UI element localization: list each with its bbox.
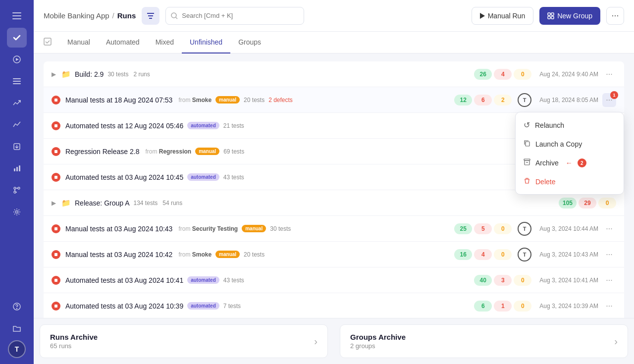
sidebar-play-icon[interactable]	[7, 50, 27, 69]
stop-icon	[52, 96, 60, 104]
expand-icon[interactable]: ▶	[52, 200, 61, 207]
tag-automated: automated	[187, 302, 219, 310]
stat-passed: 16	[454, 249, 472, 260]
folder-icon: 📁	[61, 199, 71, 208]
context-menu: ↺ Relaunch Launch a Copy	[515, 112, 624, 195]
t-icon: T	[518, 93, 531, 107]
stats-group: 6 1 0	[474, 301, 531, 312]
sidebar-avatar[interactable]: T	[8, 340, 26, 358]
context-menu-delete[interactable]: Delete	[516, 172, 624, 191]
tab-automated[interactable]: Automated	[98, 32, 148, 53]
row-more-button[interactable]: ···	[602, 248, 616, 261]
stat-failed: 29	[579, 198, 596, 208]
stat-skipped: 0	[514, 69, 531, 80]
notification-badge: 1	[610, 91, 618, 99]
context-menu-relaunch[interactable]: ↺ Relaunch	[516, 115, 624, 135]
row-more-button[interactable]: ···	[602, 222, 616, 236]
stat-failed: 4	[474, 249, 492, 260]
sidebar-export-icon[interactable]	[7, 137, 27, 156]
archive-arrow-icon: ←	[566, 159, 573, 167]
row-more-button[interactable]: ···	[602, 299, 616, 313]
tag-automated: automated	[187, 276, 219, 284]
stat-skipped: 0	[514, 301, 531, 312]
tabs-checklist-icon	[44, 38, 52, 48]
sidebar-chart-icon[interactable]	[7, 115, 27, 135]
tab-mixed[interactable]: Mixed	[148, 32, 182, 53]
stop-icon	[52, 302, 60, 311]
breadcrumb-separator: /	[112, 11, 114, 20]
sidebar-help-icon[interactable]	[7, 297, 27, 316]
row-more-button[interactable]: ··· 1	[602, 93, 616, 107]
context-menu-archive[interactable]: Archive ← 2	[516, 154, 624, 172]
tag-automated: automated	[187, 122, 219, 129]
runs-list: ▶ 📁 Build: 2.9 30 tests 2 runs 26 4 0 Au…	[44, 61, 624, 318]
play-icon	[480, 13, 485, 19]
stats-group: 26 4 0	[474, 69, 531, 80]
sidebar-folder-icon[interactable]	[7, 318, 27, 338]
context-menu-launch-copy[interactable]: Launch a Copy	[516, 135, 624, 154]
sidebar-trending-icon[interactable]	[7, 93, 27, 113]
footer: Runs Archive 65 runs › Groups Archive 2 …	[34, 318, 634, 364]
stat-passed: 26	[474, 69, 492, 80]
filter-button[interactable]	[142, 7, 159, 25]
row-more-button[interactable]: ···	[602, 67, 616, 81]
groups-archive-card[interactable]: Groups Archive 2 groups ›	[340, 324, 628, 358]
stop-icon	[52, 121, 60, 130]
run-date: Aug 3, 2024 10:41 AM	[539, 277, 598, 284]
table-row: Manual tests at 03 Aug 2024 10:43 from S…	[44, 216, 624, 242]
svg-point-15	[16, 211, 18, 213]
stat-skipped: 0	[598, 198, 616, 208]
svg-rect-5	[13, 78, 21, 79]
run-name: Release: Group A 134 tests 54 runs	[75, 199, 551, 207]
tag-automated: automated	[187, 173, 219, 181]
stat-failed: 3	[494, 275, 512, 286]
svg-point-13	[18, 187, 20, 189]
table-row: ▶ 📁 Build: 2.9 30 tests 2 runs 26 4 0 Au…	[44, 61, 624, 87]
manual-run-button[interactable]: Manual Run	[472, 7, 534, 25]
stop-icon	[52, 276, 60, 285]
stat-skipped: 0	[514, 275, 531, 286]
defects-link[interactable]: 2 defects	[268, 97, 293, 104]
run-name: Manual tests at 03 Aug 2024 10:42 from S…	[65, 251, 446, 259]
svg-point-17	[17, 309, 17, 309]
svg-rect-9	[14, 168, 15, 171]
stat-passed: 40	[474, 275, 492, 286]
sidebar-settings-icon[interactable]	[7, 202, 27, 222]
runs-archive-card[interactable]: Runs Archive 65 runs ›	[40, 324, 328, 358]
grid-icon	[547, 12, 554, 19]
stat-skipped: 0	[494, 223, 512, 234]
tabs-bar: Manual Automated Mixed Unfinished Groups	[34, 32, 634, 53]
svg-point-18	[171, 13, 176, 18]
expand-icon[interactable]: ▶	[52, 71, 61, 78]
stat-failed: 4	[494, 69, 512, 80]
row-more-button[interactable]: ···	[602, 273, 616, 287]
tab-unfinished[interactable]: Unfinished	[182, 32, 230, 53]
table-row: Manual tests at 03 Aug 2024 10:42 from S…	[44, 242, 624, 267]
sidebar-check-icon[interactable]	[7, 28, 27, 48]
sidebar-git-icon[interactable]	[7, 180, 27, 200]
svg-rect-0	[12, 12, 21, 13]
tab-groups[interactable]: Groups	[230, 32, 269, 53]
header-more-button[interactable]: ···	[606, 7, 624, 25]
sidebar-menu-icon[interactable]	[7, 6, 27, 26]
stop-icon	[52, 250, 60, 259]
new-group-button[interactable]: New Group	[539, 7, 600, 25]
sidebar-list-icon[interactable]	[7, 71, 27, 91]
svg-rect-6	[13, 81, 21, 82]
search-input[interactable]	[182, 12, 299, 19]
stat-passed: 25	[454, 223, 472, 234]
groups-archive-title: Groups Archive	[350, 333, 406, 341]
run-date: Aug 3, 2024 10:43 AM	[539, 251, 598, 258]
svg-rect-2	[12, 18, 21, 19]
search-bar	[165, 7, 304, 25]
tag-manual: manual	[215, 96, 240, 104]
stats-group: 16 4 0	[454, 249, 512, 260]
stat-passed: 105	[559, 198, 577, 208]
run-name: Regression Release 2.8 from Regression m…	[65, 148, 513, 156]
t-icon: T	[518, 222, 531, 236]
stats-group: 12 6 2	[454, 95, 512, 105]
svg-rect-10	[16, 167, 18, 171]
sidebar-bar-chart-icon[interactable]	[7, 158, 27, 178]
tab-manual[interactable]: Manual	[59, 32, 98, 53]
table-row: Manual tests at 18 Aug 2024 07:53 from S…	[44, 87, 624, 113]
